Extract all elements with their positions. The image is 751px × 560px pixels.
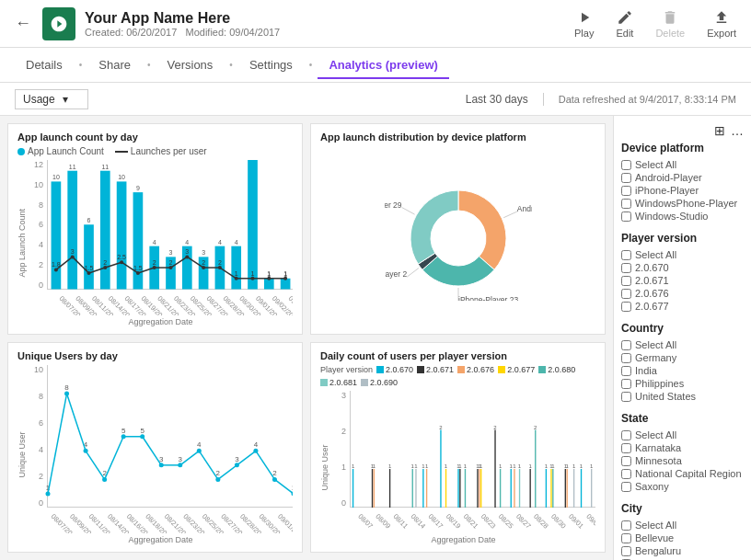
svg-rect-168 [440, 429, 441, 508]
export-button[interactable]: Export [707, 9, 736, 39]
svg-text:1: 1 [565, 463, 569, 469]
svg-rect-182 [480, 469, 481, 509]
launch-y-title: App Launch Count [17, 160, 27, 326]
svg-text:1: 1 [518, 463, 522, 469]
filter-player-676[interactable]: 2.0.676 [621, 287, 744, 300]
svg-point-45 [169, 266, 173, 269]
svg-point-47 [185, 255, 189, 258]
svg-rect-162 [415, 469, 416, 509]
tab-details[interactable]: Details [15, 51, 74, 79]
svg-rect-198 [546, 469, 547, 509]
tab-versions[interactable]: Versions [156, 51, 224, 79]
svg-text:3: 3 [185, 248, 189, 255]
daily-x-axis: 08/0708/0908/1108/1408/1708/1908/2108/23… [331, 508, 595, 533]
svg-text:1: 1 [590, 463, 594, 469]
svg-text:6: 6 [87, 217, 91, 223]
svg-text:08/17: 08/17 [427, 512, 445, 531]
svg-point-43 [153, 266, 156, 269]
svg-text:1: 1 [414, 463, 418, 469]
unique-x-title: Aggregation Date [29, 535, 293, 544]
svg-rect-190 [514, 469, 514, 509]
sidebar-more-icon[interactable]: … [731, 123, 744, 138]
svg-text:4: 4 [254, 440, 259, 449]
legend-launch-dot [17, 148, 25, 155]
tab-analytics[interactable]: Analytics (preview) [318, 51, 449, 79]
svg-rect-174 [459, 469, 460, 509]
svg-text:2.5: 2.5 [117, 254, 126, 260]
svg-text:3: 3 [71, 248, 75, 255]
filter-player-671[interactable]: 2.0.671 [621, 274, 744, 287]
svg-text:08/25: 08/25 [497, 512, 515, 531]
svg-text:3: 3 [169, 249, 173, 256]
svg-text:08/09: 08/09 [374, 512, 392, 531]
svg-text:1: 1 [528, 463, 532, 469]
svg-rect-152 [352, 469, 353, 509]
svg-rect-184 [494, 429, 495, 508]
launch-x-axis: 08/07/201708/09/201708/11/201708/14/2017… [29, 290, 293, 315]
filter-player-677[interactable]: 2.0.677 [621, 300, 744, 313]
svg-text:1: 1 [545, 463, 549, 469]
play-button[interactable]: Play [574, 9, 594, 39]
svg-line-89 [503, 211, 517, 218]
svg-rect-8 [117, 181, 127, 289]
device-platform-filter: Device platform Select All Android-Playe… [621, 142, 744, 223]
svg-rect-2 [67, 171, 77, 290]
svg-text:2: 2 [153, 259, 156, 266]
filter-device-android[interactable]: Android-Player [621, 171, 744, 184]
svg-text:09/01: 09/01 [567, 512, 585, 531]
back-button[interactable]: ← [15, 14, 31, 33]
tab-settings[interactable]: Settings [238, 51, 304, 79]
svg-rect-178 [477, 469, 478, 509]
svg-rect-176 [465, 469, 466, 509]
svg-text:Windows-WebPlayer 29: Windows-WebPlayer 29 [385, 200, 402, 209]
svg-text:1: 1 [352, 463, 355, 469]
svg-text:4: 4 [235, 239, 238, 246]
filter-device-iphone[interactable]: iPhone-Player [621, 184, 744, 197]
svg-text:1: 1 [388, 463, 392, 469]
svg-line-126 [67, 394, 87, 451]
edit-button[interactable]: Edit [616, 9, 633, 39]
filter-device-windowsphone[interactable]: WindowsPhone-Player [621, 197, 744, 210]
svg-rect-186 [500, 469, 501, 509]
svg-line-134 [218, 464, 237, 479]
tab-share[interactable]: Share [87, 51, 142, 79]
svg-rect-22 [231, 246, 241, 290]
svg-line-133 [199, 451, 218, 479]
svg-text:08/27: 08/27 [514, 512, 533, 531]
filter-player-670[interactable]: 2.0.670 [621, 261, 744, 274]
svg-text:3: 3 [179, 454, 183, 463]
svg-text:1: 1 [425, 463, 429, 469]
svg-rect-192 [519, 469, 520, 509]
svg-text:2: 2 [169, 259, 173, 266]
filter-device-windows-studio[interactable]: Windows-Studio [621, 210, 744, 223]
daily-count-title: Daily count of users per player version [320, 350, 595, 361]
svg-point-33 [71, 255, 75, 258]
svg-line-132 [180, 451, 200, 465]
svg-point-35 [87, 271, 91, 275]
usage-dropdown[interactable]: Usage ▾ [15, 89, 88, 109]
svg-text:5: 5 [121, 426, 126, 434]
svg-point-41 [136, 271, 140, 275]
svg-text:1: 1 [373, 463, 376, 469]
svg-text:3: 3 [235, 454, 239, 463]
sidebar-grid-icon[interactable]: ⊞ [714, 123, 725, 138]
delete-button[interactable]: Delete [655, 9, 685, 39]
svg-text:1: 1 [513, 463, 516, 469]
nav-tabs: Details • Share • Versions • Settings • … [0, 48, 751, 83]
svg-rect-164 [422, 469, 423, 509]
svg-text:1: 1 [445, 463, 448, 469]
daily-count-legend: Player version 2.0.670 2.0.671 2.0.676 2… [320, 365, 595, 387]
svg-rect-188 [511, 469, 512, 509]
svg-rect-202 [552, 469, 553, 509]
filter-device-select-all[interactable]: Select All [621, 158, 744, 171]
svg-line-137 [274, 479, 293, 494]
svg-text:5: 5 [140, 426, 144, 434]
svg-text:08/14: 08/14 [410, 512, 428, 531]
svg-rect-170 [445, 469, 446, 509]
donut-svg: Android-Player 31iPhone-Player 23Windows… [385, 172, 532, 301]
filter-player-select-all[interactable]: Select All [621, 248, 744, 261]
header-actions: Play Edit Delete Export [574, 9, 736, 39]
svg-text:1: 1 [551, 463, 555, 469]
svg-text:2: 2 [103, 259, 107, 266]
daily-y-axis: 3210 [331, 391, 350, 509]
